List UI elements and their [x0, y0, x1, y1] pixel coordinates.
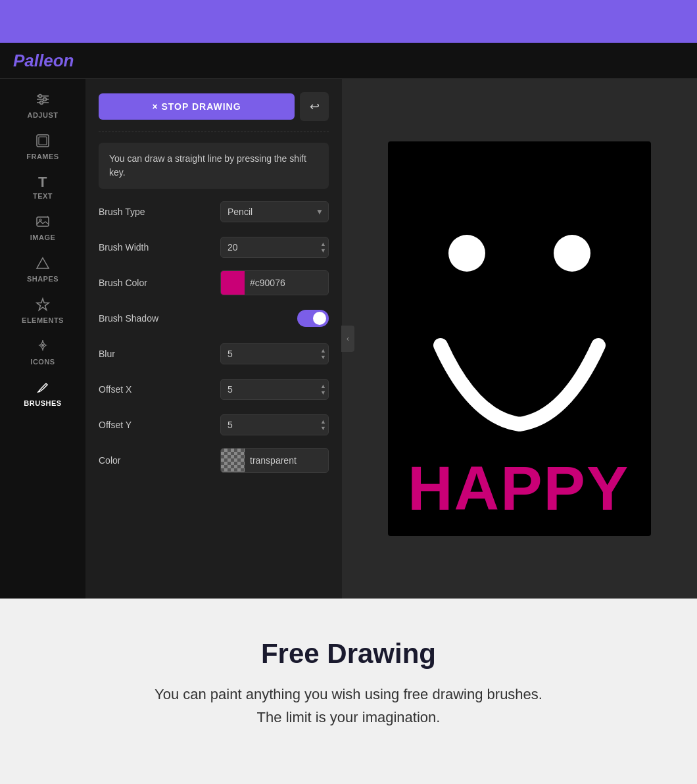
sidebar-label-image: IMAGE: [30, 233, 56, 241]
bottom-title: Free Drawing: [261, 638, 436, 670]
sidebar-item-shapes[interactable]: SHAPES: [0, 249, 85, 288]
offset-x-up[interactable]: ▲: [320, 383, 326, 389]
brush-color-control: [220, 270, 329, 295]
app-logo: Palleon: [13, 51, 74, 71]
text-icon: T: [38, 175, 47, 189]
offset-y-spinner: ▲ ▼: [320, 419, 326, 431]
brush-color-row: Brush Color: [99, 270, 329, 295]
app-area: Palleon ADJUST: [0, 43, 697, 599]
frames-icon: [36, 134, 50, 150]
blur-spinner: ▲ ▼: [320, 348, 326, 360]
sidebar-label-icons: ICONS: [30, 358, 55, 366]
brush-color-swatch[interactable]: [221, 271, 245, 295]
image-icon: [36, 214, 50, 231]
top-purple-bar: [0, 0, 697, 43]
brush-width-input-wrapper: ▲ ▼: [220, 237, 329, 258]
svg-marker-10: [37, 258, 49, 268]
svg-point-9: [39, 219, 41, 221]
shadow-color-label: Color: [99, 455, 120, 466]
svg-rect-8: [37, 217, 49, 226]
offset-y-input[interactable]: [220, 414, 329, 435]
canvas-panel-toggle[interactable]: ‹: [341, 326, 354, 352]
shadow-color-control: transparent: [220, 448, 329, 473]
sidebar-item-icons[interactable]: ICONS: [0, 332, 85, 371]
brush-shadow-toggle[interactable]: [297, 310, 329, 327]
svg-point-5: [40, 101, 43, 105]
sidebar-item-brushes[interactable]: BRUSHES: [0, 374, 85, 412]
sidebar-label-brushes: BRUSHES: [24, 399, 61, 407]
adjust-icon: [36, 92, 50, 109]
offset-x-label: Offset X: [99, 384, 132, 395]
elements-icon: [36, 297, 50, 314]
stop-drawing-button[interactable]: × STOP DRAWING: [99, 93, 295, 120]
svg-point-3: [39, 95, 42, 98]
brush-width-label: Brush Width: [99, 242, 149, 253]
shapes-icon: [36, 256, 50, 272]
offset-x-input[interactable]: [220, 379, 329, 400]
brush-type-label: Brush Type: [99, 207, 145, 217]
sidebar-label-adjust: ADJUST: [27, 111, 58, 119]
brush-shadow-label: Brush Shadow: [99, 313, 158, 324]
app-header: Palleon: [0, 43, 697, 79]
sidebar: ADJUST FRAMES T TEXT: [0, 79, 85, 599]
shadow-color-swatch[interactable]: [221, 449, 245, 472]
sidebar-label-elements: ELEMENTS: [22, 316, 64, 324]
svg-point-4: [43, 98, 47, 101]
offset-x-spinner: ▲ ▼: [320, 383, 326, 396]
sidebar-label-frames: FRAMES: [26, 153, 59, 160]
brush-type-select[interactable]: Pencil Round Square Ink: [220, 201, 329, 222]
svg-text:HAPPY: HAPPY: [408, 453, 629, 523]
offset-y-label: Offset Y: [99, 420, 132, 430]
bottom-description: You can paint anything you wish using fr…: [155, 683, 542, 729]
bottom-desc-line1: You can paint anything you wish using fr…: [155, 686, 542, 702]
info-text: You can draw a straight line by pressing…: [109, 153, 306, 178]
brush-width-down[interactable]: ▼: [320, 248, 326, 254]
undo-button[interactable]: ↩: [300, 92, 329, 121]
shadow-color-value: transparent: [245, 451, 328, 470]
offset-x-down[interactable]: ▼: [320, 390, 326, 396]
blur-up[interactable]: ▲: [320, 348, 326, 354]
brush-shadow-toggle-knob: [313, 312, 326, 325]
sidebar-item-image[interactable]: IMAGE: [0, 208, 85, 247]
offset-y-down[interactable]: ▼: [320, 426, 326, 431]
brush-width-row: Brush Width ▲ ▼: [99, 235, 329, 260]
svg-rect-7: [39, 137, 47, 145]
offset-x-row: Offset X ▲ ▼: [99, 377, 329, 402]
svg-point-13: [448, 235, 485, 272]
offset-y-row: Offset Y ▲ ▼: [99, 412, 329, 437]
brush-width-input[interactable]: [220, 237, 329, 258]
icons-icon: [36, 339, 50, 355]
sidebar-item-text[interactable]: T TEXT: [0, 168, 85, 205]
sidebar-item-adjust[interactable]: ADJUST: [0, 86, 85, 124]
sidebar-label-shapes: SHAPES: [27, 275, 59, 283]
sidebar-label-text: TEXT: [33, 192, 53, 200]
offset-y-input-wrapper: ▲ ▼: [220, 414, 329, 435]
blur-input-wrapper: ▲ ▼: [220, 343, 329, 364]
offset-y-up[interactable]: ▲: [320, 419, 326, 425]
brushes-icon: [36, 380, 50, 397]
brush-width-up[interactable]: ▲: [320, 241, 326, 247]
brush-panel: × STOP DRAWING ↩ You can draw a straight…: [85, 79, 342, 599]
brush-color-hex-input[interactable]: [245, 273, 329, 293]
bottom-desc-line2: The limit is your imagination.: [257, 709, 441, 725]
drawing-canvas[interactable]: HAPPY: [388, 141, 651, 536]
canvas-area: ‹ HAPPY: [342, 79, 697, 599]
brush-type-row: Brush Type Pencil Round Square Ink ▼: [99, 199, 329, 224]
blur-label: Blur: [99, 349, 115, 359]
brush-width-spinner: ▲ ▼: [320, 241, 326, 254]
panel-divider: [99, 132, 329, 132]
shadow-color-row: Color transparent: [99, 448, 329, 473]
undo-icon: ↩: [310, 99, 320, 114]
blur-row: Blur ▲ ▼: [99, 341, 329, 366]
sidebar-item-elements[interactable]: ELEMENTS: [0, 291, 85, 330]
offset-x-input-wrapper: ▲ ▼: [220, 379, 329, 400]
svg-marker-11: [37, 299, 49, 310]
sidebar-item-frames[interactable]: FRAMES: [0, 127, 85, 166]
content-row: ADJUST FRAMES T TEXT: [0, 79, 697, 599]
blur-down[interactable]: ▼: [320, 355, 326, 360]
svg-point-14: [554, 235, 590, 272]
info-box: You can draw a straight line by pressing…: [99, 143, 329, 189]
blur-input[interactable]: [220, 343, 329, 364]
brush-color-label: Brush Color: [99, 278, 147, 288]
button-row: × STOP DRAWING ↩: [99, 92, 329, 121]
